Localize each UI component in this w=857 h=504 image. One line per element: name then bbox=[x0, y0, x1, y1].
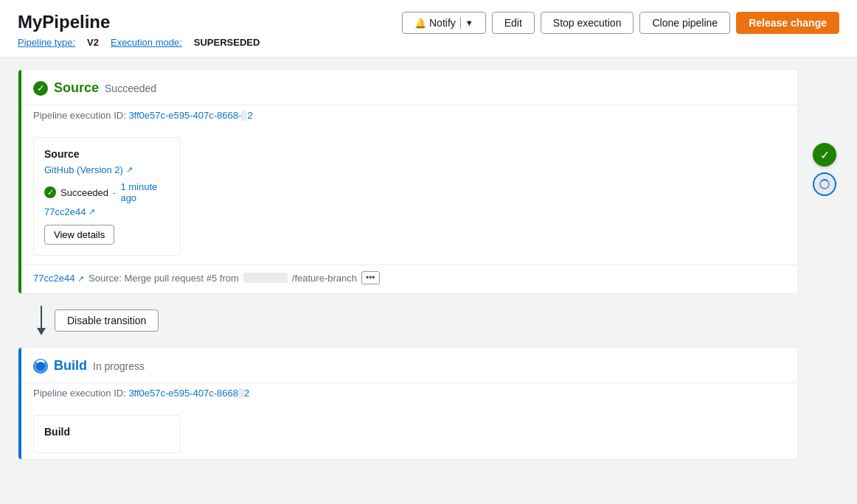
clone-pipeline-label: Clone pipeline bbox=[652, 17, 718, 29]
source-commit-hash: 77cc2e44 bbox=[44, 206, 86, 217]
notify-label: Notify bbox=[429, 17, 456, 29]
source-stage-card: ✓ Source Succeeded Pipeline execution ID… bbox=[18, 69, 798, 294]
release-change-label: Release change bbox=[749, 17, 827, 29]
pipeline-type-label: Pipeline type: bbox=[18, 37, 75, 48]
pipeline-type-link[interactable]: Pipeline type: bbox=[18, 37, 75, 48]
page-title: MyPipeline bbox=[18, 12, 260, 32]
build-action-title: Build bbox=[44, 426, 170, 438]
build-action-cards: Build bbox=[18, 406, 797, 459]
source-action-status-row: ✓ Succeeded - 1 minute ago bbox=[44, 181, 170, 203]
chevron-down-icon: ▼ bbox=[465, 18, 473, 27]
main-content: ✓ Source Succeeded Pipeline execution ID… bbox=[0, 57, 857, 472]
source-action-separator: - bbox=[113, 187, 116, 198]
source-bottom-branch: /feature-branch bbox=[292, 273, 357, 284]
notify-icon: 🔔 bbox=[414, 18, 426, 29]
source-stage-name: Source bbox=[54, 80, 99, 96]
release-change-button[interactable]: Release change bbox=[736, 12, 839, 34]
source-execution-id-prefix: Pipeline execution ID: bbox=[33, 110, 126, 121]
source-action-success-icon: ✓ bbox=[44, 186, 56, 198]
stop-execution-label: Stop execution bbox=[553, 17, 622, 29]
source-action-time-link[interactable]: 1 minute ago bbox=[120, 181, 170, 203]
edit-button[interactable]: Edit bbox=[492, 12, 535, 34]
source-bottom-repo bbox=[243, 273, 288, 283]
page-header: MyPipeline Pipeline type: V2 Execution m… bbox=[0, 0, 857, 57]
source-action-time: 1 minute ago bbox=[120, 181, 157, 203]
source-action-title: Source bbox=[44, 148, 170, 160]
source-success-icon: ✓ bbox=[33, 81, 48, 96]
meta-row: Pipeline type: V2 Execution mode: SUPERS… bbox=[18, 37, 260, 48]
build-execution-id-prefix: Pipeline execution ID: bbox=[33, 388, 126, 399]
source-execution-id-end: 2 bbox=[247, 110, 252, 121]
header-actions: 🔔 Notify ▼ Edit Stop execution Clone pip… bbox=[402, 12, 839, 34]
build-execution-id-end: 2 bbox=[244, 388, 249, 399]
view-details-button[interactable]: View details bbox=[44, 225, 114, 245]
arrow-line bbox=[41, 306, 42, 328]
edit-label: Edit bbox=[504, 17, 522, 29]
execution-mode-value: SUPERSEDED bbox=[194, 37, 260, 48]
transition-row: Disable transition bbox=[18, 294, 798, 347]
source-stage-bar bbox=[18, 70, 21, 293]
source-bottom-text: Source: Merge pull request #5 from bbox=[89, 273, 239, 284]
disable-transition-button[interactable]: Disable transition bbox=[55, 309, 159, 332]
source-bottom-commit-icon: ↗ bbox=[77, 274, 84, 283]
build-spinner bbox=[34, 360, 47, 373]
sidebar-progress-icon[interactable] bbox=[813, 172, 836, 196]
build-execution-id-truncated bbox=[238, 388, 244, 399]
arrow-head bbox=[37, 328, 46, 335]
source-execution-id-row: Pipeline execution ID: 3ff0e57c-e595-407… bbox=[18, 105, 797, 128]
execution-mode-label: Execution mode: bbox=[111, 37, 182, 48]
sidebar-spinner bbox=[819, 179, 830, 189]
stop-execution-button[interactable]: Stop execution bbox=[541, 12, 634, 34]
pipeline-column: ✓ Source Succeeded Pipeline execution ID… bbox=[18, 69, 798, 460]
disable-transition-label: Disable transition bbox=[67, 315, 146, 326]
execution-mode-link[interactable]: Execution mode: bbox=[111, 37, 182, 48]
sidebar-success-checkmark: ✓ bbox=[820, 148, 830, 162]
source-action-status: Succeeded bbox=[60, 187, 108, 198]
build-stage-card: Build In progress Pipeline execution ID:… bbox=[18, 347, 798, 460]
source-execution-id: 3ff0e57c-e595-407c-8668- bbox=[128, 110, 241, 121]
build-action-card: Build bbox=[33, 415, 181, 453]
clone-pipeline-button[interactable]: Clone pipeline bbox=[639, 12, 730, 34]
notify-button[interactable]: 🔔 Notify ▼ bbox=[402, 12, 486, 34]
build-stage-name: Build bbox=[54, 358, 87, 374]
more-options-icon[interactable]: ••• bbox=[361, 271, 380, 284]
source-bottom-commit-link[interactable]: 77cc2e44 ↗ bbox=[33, 273, 84, 284]
arrow-down bbox=[37, 306, 46, 335]
source-provider-label: GitHub (Version 2) bbox=[44, 164, 123, 175]
source-execution-id-link[interactable]: 3ff0e57c-e595-407c-8668-2 bbox=[128, 110, 252, 121]
source-action-card: Source GitHub (Version 2) ↗ ✓ Succeeded … bbox=[33, 137, 181, 256]
build-execution-id-row: Pipeline execution ID: 3ff0e57c-e595-407… bbox=[18, 383, 797, 406]
source-provider-link[interactable]: GitHub (Version 2) ↗ bbox=[44, 164, 170, 175]
build-in-progress-icon bbox=[33, 359, 48, 374]
source-bottom-row: 77cc2e44 ↗ Source: Merge pull request #5… bbox=[18, 265, 797, 293]
sidebar-panel: ✓ bbox=[810, 69, 839, 460]
build-execution-id: 3ff0e57c-e595-407c-8668 bbox=[128, 388, 238, 399]
source-provider-external-icon: ↗ bbox=[126, 165, 133, 175]
source-commit-external-icon: ↗ bbox=[89, 207, 95, 217]
header-left: MyPipeline Pipeline type: V2 Execution m… bbox=[18, 12, 260, 48]
source-commit-link[interactable]: 77cc2e44 ↗ bbox=[44, 206, 170, 217]
pipeline-type-value: V2 bbox=[87, 37, 99, 48]
build-stage-bar bbox=[18, 348, 21, 459]
notify-divider bbox=[460, 17, 461, 29]
sidebar-success-icon[interactable]: ✓ bbox=[813, 143, 836, 167]
source-bottom-commit: 77cc2e44 bbox=[33, 273, 74, 284]
view-details-label: View details bbox=[54, 229, 105, 240]
source-stage-header: ✓ Source Succeeded bbox=[18, 70, 797, 105]
source-action-cards: Source GitHub (Version 2) ↗ ✓ Succeeded … bbox=[18, 128, 797, 265]
build-stage-header: Build In progress bbox=[18, 348, 797, 383]
build-execution-id-link[interactable]: 3ff0e57c-e595-407c-86682 bbox=[128, 388, 249, 399]
source-stage-status: Succeeded bbox=[105, 83, 156, 94]
build-stage-status: In progress bbox=[93, 360, 145, 372]
